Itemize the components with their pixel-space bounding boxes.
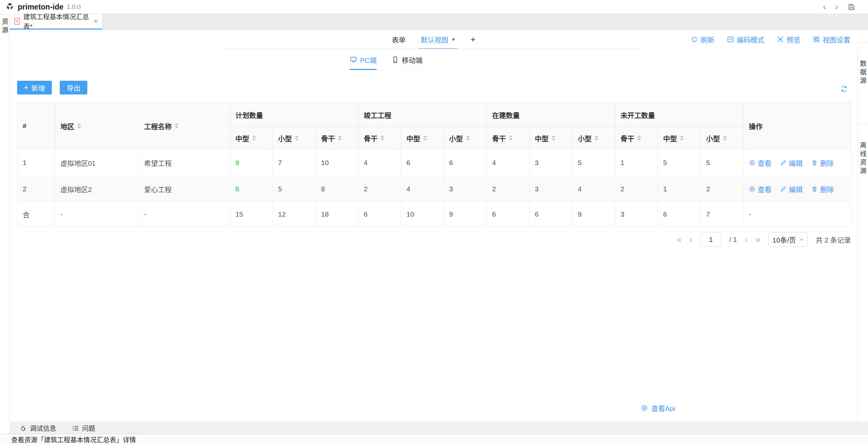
column-header[interactable]: 骨干 (487, 127, 530, 149)
nav-forward-icon[interactable]: › (835, 3, 838, 11)
view-api-link[interactable]: 查看Api (641, 403, 675, 413)
sidebar-item-datasource[interactable]: 数据源 (858, 60, 868, 86)
sort-icon[interactable] (175, 123, 179, 129)
chevron-down-icon[interactable]: ▼ (451, 37, 455, 42)
problems-button[interactable]: 问题 (72, 423, 95, 433)
delete-icon (811, 186, 818, 192)
cell-region: - (55, 202, 139, 227)
preview-icon (777, 36, 784, 43)
column-header[interactable]: 骨干 (316, 127, 359, 149)
nav-back-icon[interactable]: ‹ (823, 3, 826, 11)
sidebar-item-resources[interactable]: 资源 (0, 18, 9, 434)
first-page-icon[interactable]: « (677, 235, 682, 244)
sort-icon[interactable] (680, 135, 684, 141)
app-version: 1.0.0 (67, 3, 81, 10)
last-page-icon[interactable]: » (756, 235, 761, 244)
add-view-tab-button[interactable]: + (470, 30, 475, 49)
editor-tab-summary-table[interactable]: 建筑工程基本情况汇总表* × (10, 14, 102, 30)
column-header[interactable]: 中型 (530, 127, 572, 149)
sort-icon[interactable] (594, 135, 598, 141)
cell-value: 4 (572, 176, 615, 202)
column-header[interactable]: 小型 (572, 127, 615, 149)
close-icon[interactable]: × (94, 18, 98, 25)
column-header[interactable]: 中型 (658, 127, 701, 149)
preview-button[interactable]: 预览 (777, 34, 800, 44)
sort-icon[interactable] (77, 123, 81, 129)
cell-value: 6 (658, 202, 701, 227)
column-group-header: 竣工工程 (359, 103, 487, 127)
sort-icon[interactable] (723, 135, 727, 141)
sort-icon[interactable] (552, 135, 555, 141)
sort-icon[interactable] (380, 135, 384, 141)
export-button[interactable]: 导出 (60, 81, 87, 95)
sort-icon[interactable] (466, 135, 470, 141)
sort-icon[interactable] (423, 135, 427, 141)
column-group-header: 计划数量 (230, 103, 359, 127)
cell-value: 2 (487, 176, 530, 202)
column-header[interactable]: 中型 (401, 127, 444, 149)
tab-pc[interactable]: PC端 (350, 49, 377, 70)
view-settings-button[interactable]: 视图设置 (813, 34, 850, 44)
next-page-icon[interactable]: › (745, 235, 748, 244)
view-link[interactable]: 查看 (749, 158, 772, 168)
cell-value: 6 (487, 202, 530, 227)
prev-page-icon[interactable]: ‹ (689, 235, 692, 244)
cell-value: 9 (444, 202, 487, 227)
column-header[interactable]: 工程名称 (139, 103, 230, 149)
cell-region: 虚拟地区2 (55, 176, 139, 202)
cell-value: 6 (401, 149, 444, 176)
column-header[interactable]: 小型 (701, 127, 744, 149)
edit-link[interactable]: 编辑 (780, 158, 803, 168)
tab-default-view[interactable]: 默认视图 ▼ (421, 30, 455, 49)
add-button[interactable]: + 新增 (17, 81, 52, 95)
cell-actions: 查看编辑删除 (744, 176, 851, 202)
view-toolbar: 刷新 编码模式 预览 (691, 30, 850, 49)
status-bar: 查看资源「建筑工程基本情况汇总表」详情 (0, 434, 868, 445)
column-header[interactable]: 小型 (444, 127, 487, 149)
cell-value: 3 (615, 202, 658, 227)
tab-form[interactable]: 表单 (392, 30, 405, 49)
column-header[interactable]: 地区 (55, 103, 139, 149)
sort-icon[interactable] (338, 135, 342, 141)
title-bar: primeton-ide 1.0.0 ‹ › (0, 0, 868, 14)
column-header[interactable]: 中型 (230, 127, 273, 149)
cell-value: 2 (615, 176, 658, 202)
column-header[interactable]: 骨干 (359, 127, 401, 149)
edit-link[interactable]: 编辑 (780, 184, 803, 194)
edit-icon (780, 186, 786, 192)
table-row: 1虚拟地区01希望工程9710466435155查看编辑删除 (18, 149, 851, 176)
tab-mobile[interactable]: 移动端 (392, 49, 423, 70)
delete-link[interactable]: 删除 (811, 184, 834, 194)
page-size-select[interactable]: 10条/页 ▼ (769, 232, 808, 247)
cell-value: 2 (359, 176, 401, 202)
cell-value: 6 (230, 176, 273, 202)
device-tabs-row: PC端 移动端 (10, 49, 858, 70)
sort-icon[interactable] (252, 135, 256, 141)
delete-link[interactable]: 删除 (811, 158, 834, 168)
column-header[interactable]: 骨干 (615, 127, 658, 149)
cell-value: 9 (230, 149, 273, 176)
debug-info-button[interactable]: 调试信息 (20, 423, 56, 433)
column-header[interactable]: 小型 (273, 127, 316, 149)
save-icon[interactable] (847, 3, 856, 11)
app-title: primeton-ide (18, 3, 63, 11)
header-group-row: #地区工程名称计划数量竣工工程在建数量未开工数量操作 (18, 103, 851, 127)
column-header-actions: 操作 (744, 103, 851, 149)
code-mode-button[interactable]: 编码模式 (727, 34, 764, 44)
sync-icon[interactable] (840, 85, 848, 93)
cell-actions: 查看编辑删除 (744, 149, 851, 176)
left-sidebar: 资源 (0, 14, 10, 434)
sidebar-item-offline-resources[interactable]: 离线资源 (858, 142, 868, 176)
bug-icon (20, 425, 27, 432)
refresh-button[interactable]: 刷新 (691, 34, 714, 44)
page-input[interactable]: 1 (700, 232, 721, 247)
sort-icon[interactable] (509, 135, 513, 141)
cell-project-name: - (139, 202, 230, 227)
sort-icon[interactable] (637, 135, 641, 141)
smartphone-icon (392, 56, 399, 63)
sort-icon[interactable] (295, 135, 299, 141)
column-group-header: 未开工数量 (615, 103, 744, 127)
view-link[interactable]: 查看 (749, 184, 772, 194)
editor-tab-strip: 建筑工程基本情况汇总表* × (10, 14, 868, 30)
cell-value: 6 (530, 202, 572, 227)
